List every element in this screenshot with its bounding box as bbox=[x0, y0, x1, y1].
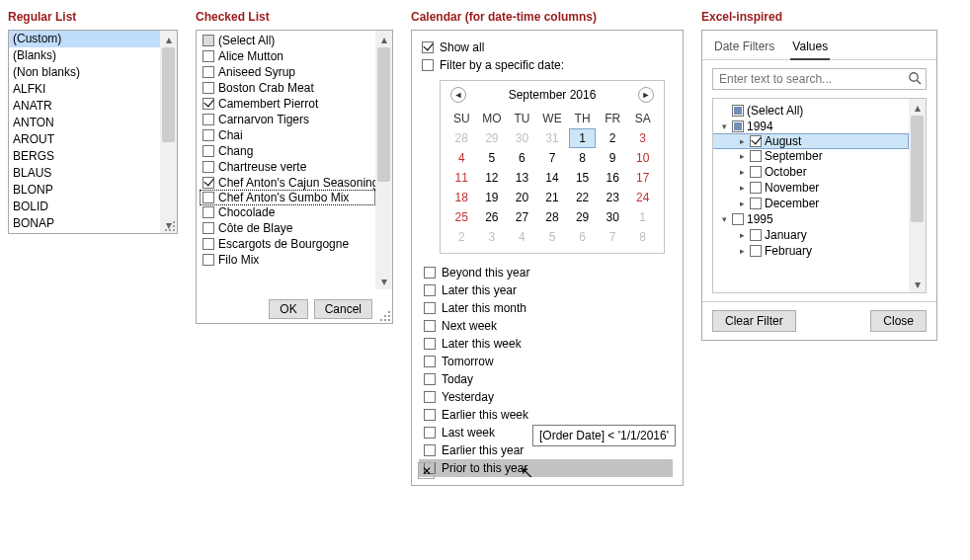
filter-by-date-checkbox[interactable]: Filter by a specific date: bbox=[422, 56, 673, 74]
list-item[interactable]: Côte de Blaye bbox=[201, 220, 392, 236]
tree-item[interactable]: ▸September bbox=[713, 148, 926, 164]
close-button[interactable]: Close bbox=[870, 310, 927, 332]
preset-item[interactable]: Today bbox=[419, 370, 673, 388]
calendar-day[interactable]: 4 bbox=[507, 227, 537, 247]
list-item[interactable]: ANTON bbox=[9, 115, 177, 131]
scrollbar[interactable]: ▴ ▾ bbox=[909, 99, 926, 292]
tree-item[interactable]: (Select All) bbox=[713, 103, 926, 119]
calendar-day[interactable]: 2 bbox=[446, 227, 477, 247]
preset-item[interactable]: Earlier this week bbox=[419, 406, 673, 424]
list-item[interactable]: Carnarvon Tigers bbox=[201, 112, 392, 127]
prev-month-button[interactable]: ◄ bbox=[450, 87, 466, 103]
scroll-up-icon[interactable]: ▴ bbox=[909, 99, 926, 116]
calendar-day[interactable]: 20 bbox=[507, 188, 537, 207]
calendar-day[interactable]: 10 bbox=[627, 148, 658, 168]
list-item[interactable]: (Non blanks) bbox=[9, 64, 177, 81]
ok-button[interactable]: OK bbox=[269, 299, 307, 319]
tree-item[interactable]: ▸February bbox=[713, 243, 926, 259]
scroll-thumb[interactable] bbox=[162, 47, 175, 142]
calendar-day[interactable]: 5 bbox=[477, 148, 508, 168]
clear-filter-button[interactable]: Clear Filter bbox=[712, 310, 796, 332]
expander-icon[interactable]: ▸ bbox=[737, 136, 747, 146]
expander-icon[interactable]: ▸ bbox=[737, 183, 747, 193]
calendar-day[interactable]: 1 bbox=[627, 207, 658, 227]
scroll-thumb[interactable] bbox=[911, 116, 924, 222]
calendar-day[interactable]: 23 bbox=[598, 188, 628, 207]
list-item[interactable]: (Custom) bbox=[9, 31, 177, 47]
next-month-button[interactable]: ► bbox=[638, 87, 654, 103]
expander-icon[interactable]: ▸ bbox=[737, 230, 747, 240]
calendar-day[interactable]: 1 bbox=[569, 128, 596, 148]
preset-item[interactable]: Tomorrow bbox=[419, 353, 673, 370]
calendar-day[interactable]: 13 bbox=[507, 168, 537, 188]
calendar-day[interactable]: 9 bbox=[598, 148, 628, 168]
cancel-button[interactable]: Cancel bbox=[314, 299, 372, 319]
scroll-up-icon[interactable]: ▴ bbox=[375, 31, 392, 47]
calendar-day[interactable]: 11 bbox=[446, 168, 477, 188]
expander-icon[interactable]: ▾ bbox=[719, 214, 729, 224]
calendar-day[interactable]: 3 bbox=[477, 227, 508, 247]
tree-item[interactable]: ▸December bbox=[713, 196, 926, 211]
calendar-day[interactable]: 21 bbox=[537, 188, 568, 207]
list-item[interactable]: Filo Mix bbox=[201, 252, 392, 268]
calendar-day[interactable]: 14 bbox=[537, 168, 568, 188]
tree-item[interactable]: ▾1994 bbox=[713, 119, 926, 134]
list-item[interactable]: Alice Mutton bbox=[201, 48, 392, 64]
list-item[interactable]: Boston Crab Meat bbox=[201, 80, 392, 96]
list-item[interactable]: Escargots de Bourgogne bbox=[201, 236, 392, 252]
month-label[interactable]: September 2016 bbox=[509, 88, 597, 102]
calendar-day[interactable]: 16 bbox=[598, 168, 628, 188]
preset-item[interactable]: Prior to this year bbox=[419, 459, 673, 477]
calendar-day[interactable]: 8 bbox=[567, 148, 598, 168]
close-button[interactable]: ✕ bbox=[418, 462, 435, 479]
list-item[interactable]: BLONP bbox=[9, 182, 177, 199]
preset-item[interactable]: Yesterday bbox=[419, 388, 673, 406]
list-item[interactable]: Chang bbox=[201, 143, 392, 159]
list-item[interactable]: AROUT bbox=[9, 131, 177, 148]
calendar-day[interactable]: 18 bbox=[446, 188, 477, 207]
list-item[interactable]: Chai bbox=[201, 127, 392, 143]
calendar-day[interactable]: 6 bbox=[567, 227, 598, 247]
scroll-down-icon[interactable]: ▾ bbox=[375, 273, 392, 289]
calendar-day[interactable]: 6 bbox=[507, 148, 537, 168]
scroll-down-icon[interactable]: ▾ bbox=[160, 216, 177, 233]
calendar-day[interactable]: 28 bbox=[446, 128, 477, 148]
expander-icon[interactable]: ▸ bbox=[737, 151, 747, 161]
list-item[interactable]: Aniseed Syrup bbox=[201, 64, 392, 80]
scrollbar[interactable]: ▴ ▾ bbox=[160, 31, 177, 233]
expander-icon[interactable]: ▾ bbox=[719, 121, 729, 131]
list-item[interactable]: (Select All) bbox=[201, 33, 392, 48]
calendar-day[interactable]: 5 bbox=[537, 227, 568, 247]
calendar-day[interactable]: 15 bbox=[567, 168, 598, 188]
expander-icon[interactable]: ▸ bbox=[737, 199, 747, 208]
scroll-down-icon[interactable]: ▾ bbox=[909, 276, 926, 292]
calendar-day[interactable]: 7 bbox=[598, 227, 628, 247]
preset-item[interactable]: Later this week bbox=[419, 335, 673, 353]
preset-item[interactable]: Later this year bbox=[419, 281, 673, 299]
calendar-day[interactable]: 7 bbox=[537, 148, 568, 168]
list-item[interactable]: Chef Anton's Gumbo Mix bbox=[200, 190, 375, 205]
list-item[interactable]: Chocolade bbox=[201, 204, 392, 220]
show-all-checkbox[interactable]: Show all bbox=[422, 39, 673, 56]
list-item[interactable]: ANATR bbox=[9, 98, 177, 115]
calendar-day[interactable]: 26 bbox=[477, 207, 508, 227]
list-item[interactable]: Camembert Pierrot bbox=[201, 96, 392, 112]
calendar-day[interactable]: 30 bbox=[507, 128, 537, 148]
list-item[interactable]: Chef Anton's Cajun Seasoning bbox=[201, 175, 392, 191]
preset-item[interactable]: Beyond this year bbox=[419, 264, 673, 281]
list-item[interactable]: BONAP bbox=[9, 215, 177, 232]
calendar-day[interactable]: 30 bbox=[598, 207, 628, 227]
preset-item[interactable]: Next week bbox=[419, 317, 673, 335]
tab-date-filters[interactable]: Date Filters bbox=[712, 37, 776, 59]
list-item[interactable]: BOLID bbox=[9, 199, 177, 215]
expander-icon[interactable]: ▸ bbox=[737, 246, 747, 256]
calendar-day[interactable]: 2 bbox=[598, 128, 628, 148]
tree-item[interactable]: ▸November bbox=[713, 180, 926, 196]
tree-item[interactable]: ▾1995 bbox=[713, 211, 926, 227]
calendar-day[interactable]: 24 bbox=[627, 188, 658, 207]
list-item[interactable]: (Blanks) bbox=[9, 47, 177, 64]
search-icon[interactable] bbox=[908, 71, 922, 85]
list-item[interactable]: ALFKI bbox=[9, 81, 177, 98]
tree-item[interactable]: ▸August bbox=[712, 133, 909, 149]
calendar-day[interactable]: 12 bbox=[477, 168, 508, 188]
